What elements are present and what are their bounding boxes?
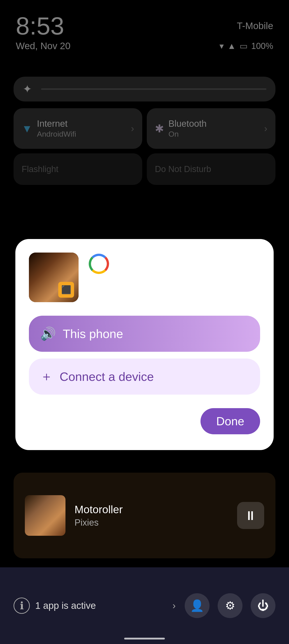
active-app-section[interactable]: ℹ 1 app is active › (14, 598, 185, 614)
bluetooth-modal: ⬛ 🔊 This phone ＋ Connect a device Done (15, 239, 274, 450)
active-app-arrow: › (172, 600, 176, 611)
media-player: Motoroller Pixies ⏸ (14, 473, 275, 558)
app-icon: ⬛ (29, 252, 79, 302)
this-phone-label: This phone (63, 327, 123, 341)
album-art (25, 495, 66, 536)
app-icon-badge: ⬛ (58, 282, 74, 298)
connect-device-button[interactable]: ＋ Connect a device (29, 358, 260, 394)
active-app-text: 1 app is active (35, 600, 172, 611)
g-circle-icon (89, 254, 109, 274)
power-nav-button[interactable]: ⏻ (251, 593, 275, 618)
media-artist: Pixies (75, 518, 237, 528)
person-icon: 👤 (190, 599, 204, 612)
settings-icon: ⚙ (225, 599, 235, 612)
media-info: Motoroller Pixies (75, 503, 237, 528)
bottom-nav-icons: 👤 ⚙ ⏻ (185, 593, 275, 618)
done-button[interactable]: Done (200, 408, 260, 434)
google-logo (88, 252, 110, 275)
media-title: Motoroller (75, 503, 237, 516)
modal-footer: Done (29, 408, 260, 434)
album-art-inner (25, 495, 66, 536)
pause-icon: ⏸ (244, 508, 257, 523)
home-indicator[interactable] (124, 638, 165, 640)
connect-label: Connect a device (60, 370, 154, 384)
add-icon: ＋ (40, 368, 53, 385)
info-icon: ℹ (14, 598, 30, 614)
power-icon: ⏻ (257, 599, 269, 612)
person-nav-button[interactable]: 👤 (185, 593, 209, 618)
pause-button[interactable]: ⏸ (237, 502, 264, 529)
volume-icon: 🔊 (40, 326, 56, 341)
settings-nav-button[interactable]: ⚙ (218, 593, 242, 618)
bottom-bar: ℹ 1 app is active › 👤 ⚙ ⏻ (0, 567, 289, 644)
modal-header: ⬛ (29, 252, 260, 302)
this-phone-button[interactable]: 🔊 This phone (29, 316, 260, 352)
app-icon-inner: ⬛ (29, 252, 79, 302)
